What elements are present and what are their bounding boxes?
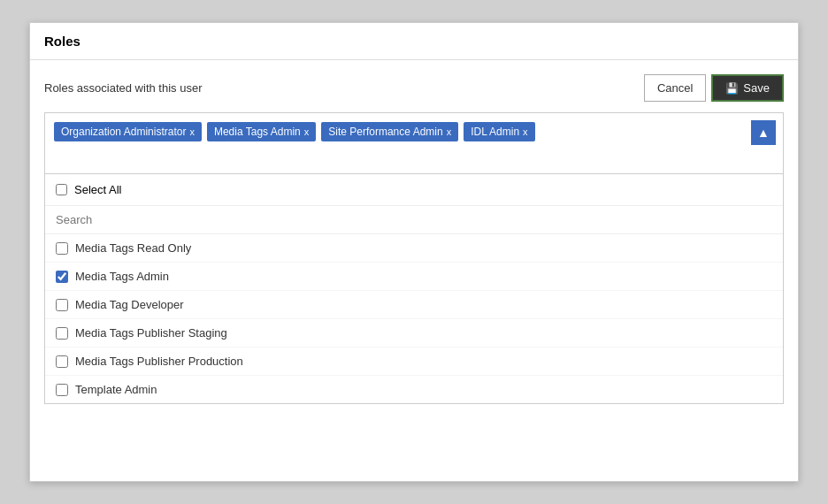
roles-header-row: Roles associated with this user Cancel 💾… <box>44 74 784 102</box>
checkbox-media-tags-publisher-production[interactable] <box>56 355 68 368</box>
cancel-button[interactable]: Cancel <box>644 74 706 102</box>
roles-modal: Roles Roles associated with this user Ca… <box>29 22 799 482</box>
list-item-label[interactable]: Media Tags Read Only <box>75 241 191 255</box>
checkbox-media-tags-admin[interactable] <box>56 271 68 283</box>
save-icon: 💾 <box>725 82 739 95</box>
list-item-label[interactable]: Media Tags Publisher Staging <box>75 326 227 340</box>
save-button[interactable]: 💾 Save <box>711 74 784 102</box>
search-input[interactable] <box>56 213 772 226</box>
list-item-label[interactable]: Media Tags Publisher Production <box>75 355 243 368</box>
tag-org-admin[interactable]: Organization Administrator x <box>54 122 202 141</box>
tag-idl-admin[interactable]: IDL Admin x <box>464 122 534 141</box>
select-all-label[interactable]: Select All <box>74 183 121 196</box>
remove-media-tags-admin-icon[interactable]: x <box>304 126 310 137</box>
list-item: Media Tags Admin <box>45 263 783 291</box>
tag-media-tags-admin[interactable]: Media Tags Admin x <box>207 122 316 141</box>
checkbox-template-admin[interactable] <box>56 384 68 396</box>
list-item: Media Tags Publisher Staging <box>45 319 783 347</box>
action-buttons: Cancel 💾 Save <box>644 74 784 102</box>
tags-container: Organization Administrator x Media Tags … <box>44 112 784 174</box>
collapse-button[interactable]: ▲ <box>751 120 776 145</box>
list-container: Media Tags Read Only Media Tags Admin Me… <box>45 234 783 403</box>
checkbox-media-tag-developer[interactable] <box>56 299 68 311</box>
list-item: Template Admin <box>45 376 783 403</box>
list-item-label[interactable]: Media Tag Developer <box>75 298 184 311</box>
roles-label: Roles associated with this user <box>44 81 202 95</box>
remove-idl-admin-icon[interactable]: x <box>523 126 528 137</box>
select-all-checkbox[interactable] <box>56 184 67 195</box>
checkbox-media-tags-publisher-staging[interactable] <box>56 327 68 340</box>
select-all-row: Select All <box>45 174 783 206</box>
tag-site-perf-admin[interactable]: Site Performance Admin x <box>321 122 458 141</box>
search-row <box>45 206 783 234</box>
title-text: Roles <box>44 34 80 49</box>
modal-title: Roles <box>30 23 798 60</box>
modal-body: Roles associated with this user Cancel 💾… <box>30 60 798 418</box>
list-item-label[interactable]: Media Tags Admin <box>75 270 169 283</box>
remove-site-perf-admin-icon[interactable]: x <box>447 126 452 137</box>
list-item: Media Tags Publisher Production <box>45 347 783 376</box>
checkbox-media-tags-read-only[interactable] <box>56 242 68 255</box>
save-label: Save <box>743 81 770 95</box>
list-item-label[interactable]: Template Admin <box>75 383 157 396</box>
remove-org-admin-icon[interactable]: x <box>189 126 195 137</box>
dropdown-panel: Select All Media Tags Read Only Media Ta… <box>44 174 784 404</box>
list-item: Media Tag Developer <box>45 291 783 319</box>
list-item: Media Tags Read Only <box>45 234 783 263</box>
